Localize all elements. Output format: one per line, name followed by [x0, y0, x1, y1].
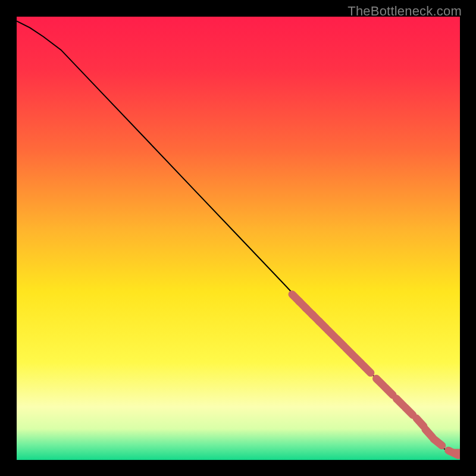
plot-area — [17, 17, 460, 460]
data-marker — [434, 439, 442, 446]
data-marker — [405, 408, 413, 415]
data-marker — [385, 387, 393, 395]
chart-stage: TheBottleneck.com — [0, 0, 476, 476]
plot-svg — [17, 17, 460, 460]
data-marker — [416, 418, 424, 426]
data-marker — [363, 365, 371, 373]
